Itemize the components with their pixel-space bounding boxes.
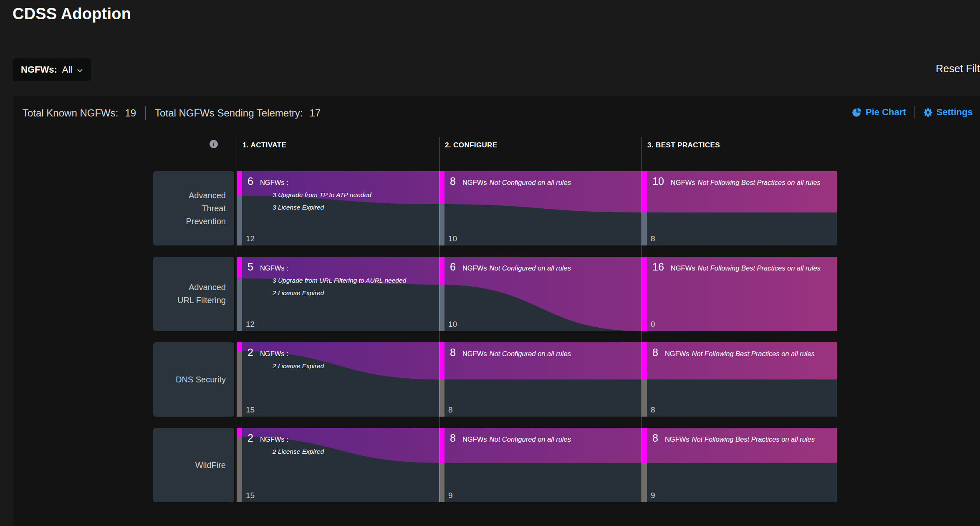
cdss-adoption-panel: Total Known NGFWs: 19 Total NGFWs Sendin…	[13, 96, 980, 526]
stage-segment-r2-c3[interactable]: 16NGFWsNot Following Best Practices on a…	[642, 257, 837, 331]
stage-detail: 2 License Expired	[272, 289, 325, 296]
stage-detail: 2 License Expired	[272, 362, 325, 369]
total-known-value: 19	[125, 107, 136, 119]
pie-chart-icon	[852, 108, 862, 117]
total-known-label: Total Known NGFWs:	[23, 107, 118, 119]
ngfw-filter-dropdown[interactable]: NGFWs: All	[13, 58, 91, 81]
filter-label: NGFWs:	[21, 64, 57, 75]
stage-segment-r4-c2[interactable]: 8NGFWsNot Configured on all rules9	[439, 428, 642, 502]
column-header-configure: 2. CONFIGURE	[445, 141, 498, 149]
stage-remaining-count: 8	[651, 405, 655, 414]
pie-chart-button[interactable]: Pie Chart	[852, 107, 906, 118]
gear-icon	[923, 108, 933, 117]
column-header-best-practices: 3. BEST PRACTICES	[647, 141, 720, 149]
stage-remaining-count: 8	[448, 405, 453, 414]
stage-detail: 2 License Expired	[272, 448, 325, 455]
stage-remaining-count: 8	[651, 234, 655, 243]
telemetry-value: 17	[309, 107, 321, 119]
actions-divider	[914, 106, 915, 119]
totals-divider	[145, 106, 146, 120]
row-label: AdvancedThreatPrevention	[153, 171, 234, 245]
stage-remaining-count: 15	[246, 491, 255, 500]
totals-bar: Total Known NGFWs: 19 Total NGFWs Sendin…	[23, 106, 321, 120]
row-label: WildFire	[153, 428, 234, 502]
settings-label: Settings	[937, 107, 973, 118]
column-divider	[642, 137, 642, 502]
stage-segment-r2-c1[interactable]: 5NGFWs :3 Upgrade from URL Filtering to …	[237, 257, 439, 331]
stage-segment-r3-c3[interactable]: 8NGFWsNot Following Best Practices on al…	[642, 342, 837, 417]
column-header-activate: 1. ACTIVATE	[242, 141, 286, 149]
column-divider	[439, 137, 439, 502]
row-label: AdvancedURL Filtering	[153, 257, 234, 331]
stage-segment-r1-c1[interactable]: 6NGFWs :3 Upgrade from TP to ATP needed3…	[237, 171, 439, 245]
stage-segment-r4-c1[interactable]: 2NGFWs :2 License Expired15	[237, 428, 439, 502]
stage-segment-r4-c3[interactable]: 8NGFWsNot Following Best Practices on al…	[642, 428, 837, 502]
filter-value: All	[62, 64, 72, 75]
stage-segment-r1-c3[interactable]: 10NGFWsNot Following Best Practices on a…	[642, 171, 837, 245]
stage-remaining-count: 12	[246, 234, 255, 243]
stage-remaining-count: 12	[246, 320, 255, 329]
info-icon[interactable]: i	[210, 140, 218, 148]
stage-remaining-count: 9	[448, 491, 453, 500]
stage-detail: 3 Upgrade from TP to ATP needed	[273, 191, 372, 198]
panel-actions: Pie Chart Settings	[852, 106, 972, 119]
stage-segment-r1-c2[interactable]: 8NGFWsNot Configured on all rules10	[439, 171, 642, 245]
stage-segment-r3-c1[interactable]: 2NGFWs :2 License Expired15	[237, 342, 439, 417]
column-divider	[237, 137, 237, 502]
pie-chart-label: Pie Chart	[866, 107, 906, 118]
stage-segment-r3-c2[interactable]: 8NGFWsNot Configured on all rules8	[439, 342, 642, 417]
reset-filters-button[interactable]: Reset Filters	[936, 63, 980, 75]
telemetry-label: Total NGFWs Sending Telemetry:	[155, 107, 303, 119]
page-title: CDSS Adoption	[13, 5, 131, 23]
stage-segment-r2-c2[interactable]: 6NGFWsNot Configured on all rules10	[439, 257, 642, 331]
stage-remaining-count: 15	[246, 405, 255, 414]
settings-button[interactable]: Settings	[923, 107, 973, 118]
stage-remaining-count: 10	[448, 320, 457, 329]
chevron-down-icon	[77, 69, 83, 72]
stage-remaining-count: 9	[651, 491, 655, 500]
stage-remaining-count: 10	[448, 234, 457, 243]
page: CDSS Adoption NGFWs: All Reset Filters T…	[0, 0, 980, 526]
stage-detail: 3 Upgrade from URL Filtering to AURL nee…	[273, 277, 407, 284]
row-label: DNS Security	[153, 342, 234, 417]
stage-detail: 3 License Expired	[273, 204, 325, 211]
stage-remaining-count: 0	[651, 320, 655, 329]
